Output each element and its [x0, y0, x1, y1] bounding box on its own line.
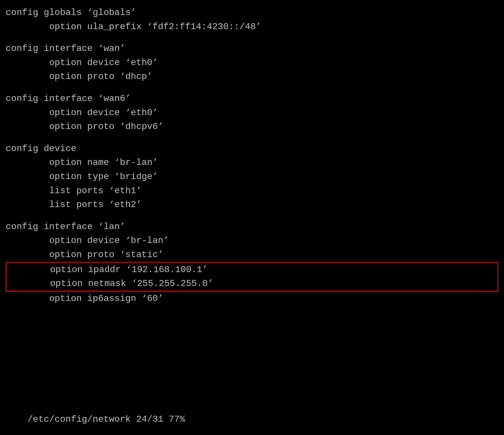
line-globals-ula: option ula_prefix ‘fdf2:ff14:4230::/48’: [6, 20, 498, 34]
line-lan-device: option device ‘br-lan’: [6, 234, 498, 248]
line-wan-proto: option proto ‘dhcp’: [6, 70, 498, 84]
spacer-1: [6, 34, 498, 42]
line-lan-proto: option proto ‘static’: [6, 248, 498, 262]
status-bar-text: /etc/config/network 24/31 77%: [27, 414, 185, 425]
line-device-config: config device: [6, 142, 498, 156]
highlighted-ipaddr-netmask: option ipaddr ‘192.168.100.1’ option net…: [6, 262, 498, 292]
terminal-window: config globals ‘globals’ option ula_pref…: [0, 3, 504, 435]
line-globals-config: config globals ‘globals’: [6, 6, 498, 20]
line-wan6-config: config interface ‘wan6’: [6, 92, 498, 106]
line-lan-config: config interface ‘lan’: [6, 220, 498, 234]
line-wan6-proto: option proto ‘dhcpv6’: [6, 120, 498, 134]
line-device-type: option type ‘bridge’: [6, 170, 498, 184]
line-wan-config: config interface ‘wan’: [6, 42, 498, 56]
line-device-name: option name ‘br-lan’: [6, 156, 498, 170]
line-lan-ip6assign: option ip6assign ‘60’: [6, 292, 498, 306]
spacer-3: [6, 134, 498, 142]
spacer-2: [6, 84, 498, 92]
line-lan-ipaddr: option ipaddr ‘192.168.100.1’: [7, 263, 497, 277]
line-device-ports1: list ports ‘eth1’: [6, 184, 498, 198]
spacer-4: [6, 212, 498, 220]
status-bar: /etc/config/network 24/31 77%: [6, 404, 185, 435]
line-device-ports2: list ports ‘eth2’: [6, 198, 498, 212]
line-lan-netmask: option netmask ‘255.255.255.0’: [7, 277, 497, 291]
line-wan6-device: option device ‘eth0’: [6, 106, 498, 120]
line-wan-device: option device ‘eth0’: [6, 56, 498, 70]
